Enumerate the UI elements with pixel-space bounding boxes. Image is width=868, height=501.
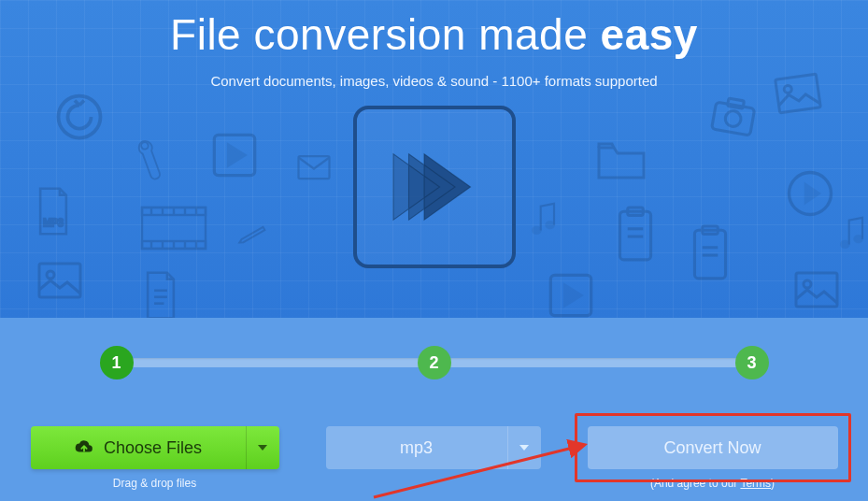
svg-point-26 — [724, 109, 742, 127]
svg-rect-42 — [796, 273, 837, 307]
music-note-icon — [528, 201, 562, 238]
camera-icon — [706, 90, 761, 144]
cloud-upload-icon — [74, 440, 94, 455]
format-select: mp3 — [326, 426, 541, 469]
folder-icon — [594, 140, 648, 181]
convert-now-button[interactable]: Convert Now — [588, 426, 838, 469]
stacked-play-icon — [383, 136, 486, 238]
svg-point-30 — [790, 173, 832, 215]
format-select-button[interactable]: mp3 — [326, 426, 507, 469]
refresh-icon — [51, 89, 107, 145]
step-1-badge: 1 — [100, 346, 134, 379]
terms-link[interactable]: Terms — [740, 477, 771, 490]
svg-rect-6 — [142, 208, 206, 215]
terms-suffix: ) — [771, 477, 775, 490]
music-note-icon — [836, 215, 868, 252]
svg-rect-2 — [214, 135, 254, 175]
svg-rect-36 — [703, 226, 719, 234]
svg-rect-25 — [712, 102, 755, 136]
svg-point-24 — [546, 222, 554, 228]
hero-title: File conversion made easy — [0, 9, 868, 60]
steps-section: 1 2 3 Choose Files Drag & drop files — [0, 318, 868, 501]
image-icon — [37, 262, 82, 299]
format-group: mp3 — [326, 426, 541, 490]
svg-point-0 — [59, 96, 101, 138]
chevron-down-icon — [258, 445, 267, 451]
svg-point-19 — [47, 271, 54, 279]
step-3-badge: 3 — [735, 346, 769, 379]
clipboard-icon — [687, 224, 733, 282]
svg-rect-18 — [39, 264, 80, 297]
svg-rect-32 — [628, 208, 644, 215]
svg-point-1 — [140, 141, 149, 150]
controls-row: Choose Files Drag & drop files mp3 Conve… — [0, 426, 868, 490]
filmstrip-icon — [140, 206, 207, 250]
choose-files-button[interactable]: Choose Files — [31, 426, 246, 469]
svg-point-43 — [804, 280, 811, 288]
drag-drop-hint: Drag & drop files — [113, 477, 196, 490]
svg-rect-41 — [550, 275, 591, 315]
mp3-file-icon: MP3 — [33, 187, 74, 236]
clipboard-icon — [612, 206, 659, 264]
svg-point-23 — [533, 227, 541, 234]
play-circle-icon — [785, 168, 835, 219]
hero-title-prefix: File conversion made — [170, 10, 600, 59]
svg-rect-31 — [619, 211, 650, 260]
pen-icon — [235, 216, 271, 252]
hero-subtitle: Convert documents, images, videos & soun… — [0, 73, 868, 89]
choose-files-label: Choose Files — [104, 438, 202, 458]
svg-rect-5 — [142, 208, 206, 249]
format-value: mp3 — [400, 438, 433, 458]
hero-title-bold: easy — [601, 10, 698, 59]
choose-files-group: Choose Files Drag & drop files — [31, 426, 279, 490]
wrench-icon — [127, 128, 173, 191]
step-2-badge: 2 — [418, 346, 451, 379]
mail-icon — [297, 154, 331, 180]
svg-rect-3 — [299, 156, 330, 179]
hero-section: MP3 File conversion made easy Convert do… — [0, 0, 868, 318]
progress-track: 1 2 3 — [117, 346, 752, 379]
svg-point-40 — [854, 236, 862, 242]
format-dropdown-button[interactable] — [507, 426, 541, 469]
svg-rect-27 — [728, 98, 745, 108]
choose-files-dropdown-button[interactable] — [246, 426, 279, 469]
convert-group: Convert Now (And agree to our Terms) — [588, 426, 838, 490]
play-square-icon — [547, 271, 595, 318]
terms-prefix: (And agree to our — [650, 477, 741, 490]
image-icon — [794, 271, 839, 308]
choose-files-split-button: Choose Files — [31, 426, 279, 469]
svg-rect-35 — [694, 230, 725, 279]
play-square-icon — [210, 131, 259, 179]
terms-text: (And agree to our Terms) — [588, 477, 838, 490]
document-icon — [140, 271, 181, 318]
svg-text:MP3: MP3 — [43, 218, 64, 228]
svg-rect-7 — [142, 241, 206, 249]
svg-point-39 — [841, 241, 849, 248]
chevron-down-icon — [519, 445, 529, 451]
hero-play-graphic — [353, 106, 516, 268]
